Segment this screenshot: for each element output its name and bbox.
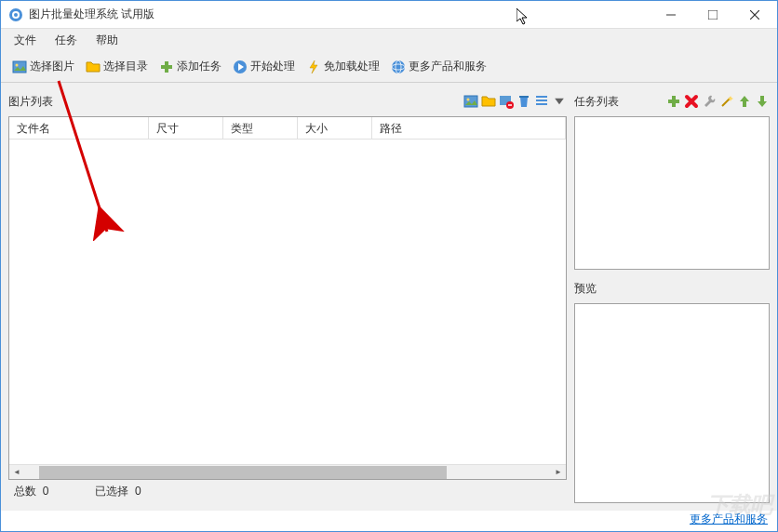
svg-rect-15 (464, 96, 477, 107)
window-title: 图片批量处理系统 试用版 (29, 7, 650, 22)
add-task-label: 添加任务 (177, 59, 221, 74)
titlebar: 图片批量处理系统 试用版 (1, 1, 777, 29)
column-filename[interactable]: 文件名 (9, 117, 149, 139)
play-icon (233, 60, 248, 74)
task-list-title: 任务列表 (574, 94, 619, 110)
remove-image-icon[interactable] (499, 94, 514, 109)
column-size[interactable]: 尺寸 (149, 117, 223, 139)
svg-rect-7 (13, 61, 26, 73)
total-label: 总数 (14, 485, 36, 498)
svg-point-8 (16, 63, 19, 66)
scrollbar-thumb[interactable] (39, 466, 447, 479)
wrench-icon[interactable] (702, 94, 717, 109)
delete-icon[interactable] (684, 94, 699, 109)
menubar: 文件 任务 帮助 (1, 29, 777, 51)
list-view-icon[interactable] (534, 94, 549, 109)
image-list-toolbar (463, 94, 567, 109)
column-type[interactable]: 类型 (223, 117, 298, 139)
svg-point-2 (14, 13, 18, 17)
selected-value: 0 (135, 485, 141, 498)
menu-file[interactable]: 文件 (5, 30, 46, 51)
footer-link[interactable]: 更多产品和服务 (690, 512, 768, 527)
image-icon (12, 60, 27, 74)
file-list: 文件名 尺寸 类型 大小 路径 ◄ ► (8, 116, 567, 480)
image-list-title: 图片列表 (8, 94, 53, 110)
column-filesize[interactable]: 大小 (298, 117, 372, 139)
task-list-body[interactable] (574, 116, 770, 270)
no-load-process-button[interactable]: 免加载处理 (302, 56, 383, 77)
svg-rect-4 (708, 10, 718, 20)
svg-rect-10 (161, 65, 172, 69)
arrow-down-icon[interactable] (755, 94, 770, 109)
arrow-up-icon[interactable] (737, 94, 752, 109)
app-icon (8, 7, 23, 22)
total-value: 0 (43, 485, 49, 498)
folder-icon[interactable] (481, 94, 496, 109)
trash-icon[interactable] (516, 94, 531, 109)
scroll-left-icon[interactable]: ◄ (9, 465, 24, 480)
preview-area (574, 303, 770, 503)
minimize-button[interactable] (650, 2, 691, 28)
svg-point-16 (467, 99, 470, 101)
plus-icon (159, 60, 174, 74)
horizontal-scrollbar[interactable]: ◄ ► (9, 464, 566, 479)
start-process-label: 开始处理 (250, 59, 295, 74)
maximize-button[interactable] (691, 2, 733, 28)
wand-icon[interactable] (719, 94, 734, 109)
select-images-button[interactable]: 选择图片 (8, 56, 78, 77)
more-products-button[interactable]: 更多产品和服务 (387, 56, 490, 77)
select-folder-label: 选择目录 (103, 59, 148, 74)
add-icon[interactable] (666, 94, 681, 109)
svg-point-12 (392, 60, 405, 73)
column-path[interactable]: 路径 (372, 117, 566, 139)
no-load-process-label: 免加载处理 (324, 59, 380, 74)
toolbar: 选择图片 选择目录 添加任务 开始处理 免加载处理 更多产品和服务 (1, 51, 777, 83)
image-icon[interactable] (463, 94, 478, 109)
select-folder-button[interactable]: 选择目录 (82, 56, 152, 77)
scroll-right-icon[interactable]: ► (551, 465, 566, 480)
folder-icon (86, 60, 101, 74)
file-list-header: 文件名 尺寸 类型 大小 路径 (9, 117, 566, 140)
selected-label: 已选择 (95, 485, 128, 498)
svg-rect-25 (668, 100, 679, 103)
dropdown-icon[interactable] (552, 94, 567, 109)
more-products-label: 更多产品和服务 (409, 59, 487, 74)
status-bar: 总数 0 已选择 0 (8, 480, 567, 503)
globe-icon (391, 60, 406, 74)
svg-rect-20 (519, 96, 529, 98)
preview-title: 预览 (574, 281, 597, 297)
file-list-body[interactable] (9, 140, 566, 464)
menu-task[interactable]: 任务 (46, 30, 87, 51)
start-process-button[interactable]: 开始处理 (229, 56, 299, 77)
task-list-toolbar (666, 94, 770, 109)
select-images-label: 选择图片 (30, 59, 74, 74)
add-task-button[interactable]: 添加任务 (155, 56, 225, 77)
menu-help[interactable]: 帮助 (87, 30, 127, 51)
close-button[interactable] (733, 2, 775, 28)
lightning-icon (306, 60, 321, 74)
